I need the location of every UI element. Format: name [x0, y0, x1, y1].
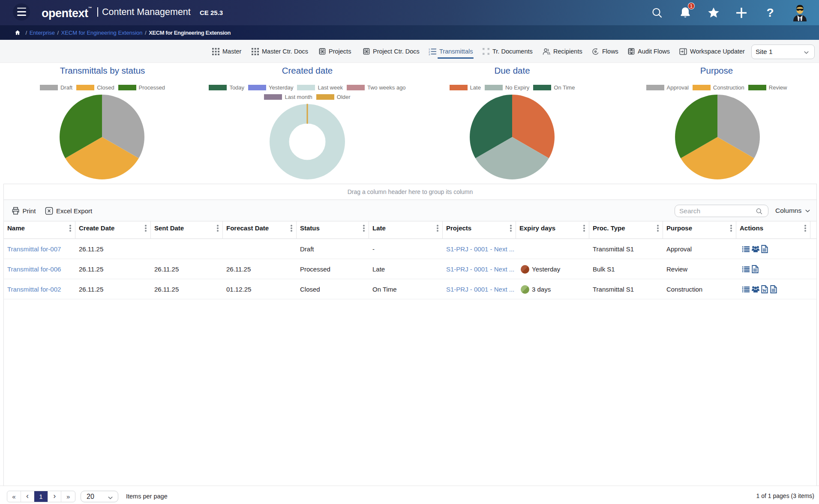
svg-text:3: 3 — [429, 53, 430, 55]
svg-text:W: W — [762, 288, 767, 293]
